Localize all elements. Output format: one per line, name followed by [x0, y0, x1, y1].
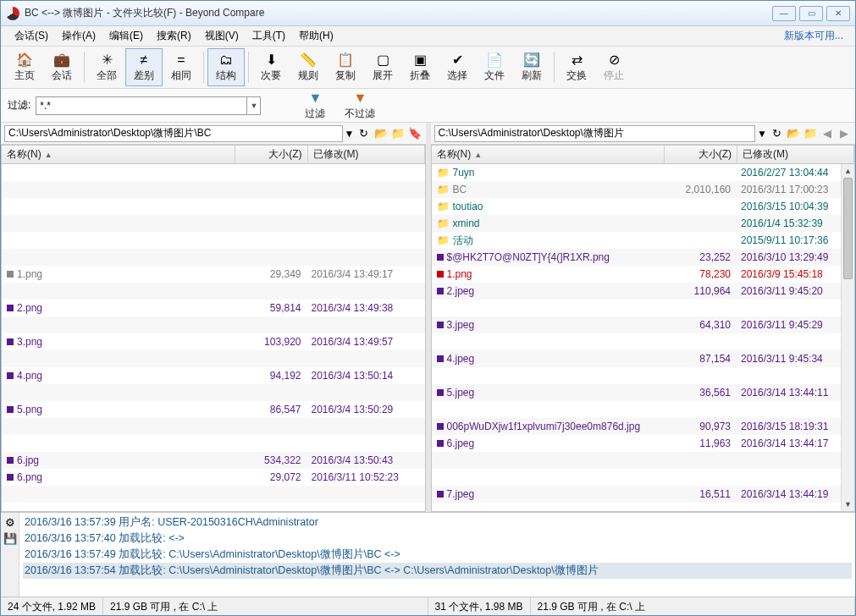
log-save-icon[interactable]: 💾 — [3, 532, 17, 545]
row-date: 2016/2/27 13:04:44 — [737, 167, 854, 179]
log-gear-icon[interactable]: ⚙ — [5, 516, 15, 529]
close-button[interactable]: ✕ — [826, 6, 850, 21]
col-modified[interactable]: 已修改(M) — [308, 146, 425, 163]
toolbar-选择[interactable]: ✔选择 — [439, 48, 476, 86]
right-path-input[interactable] — [434, 125, 756, 142]
status-right-free: 21.9 GB 可用 , 在 C:\ 上 — [531, 597, 855, 615]
file-row[interactable]: 3.jpeg64,3102016/3/11 9:45:29 — [432, 316, 855, 333]
file-row[interactable]: 006pWuDXjw1f1xplvumi7j30ee0m876d.jpg90,9… — [432, 418, 855, 435]
scroll-thumb[interactable] — [843, 178, 853, 279]
row-name: 1.png — [17, 268, 42, 280]
log-line[interactable]: 2016/3/16 13:57:39 用户名: USER-20150316CH\… — [23, 514, 852, 531]
file-row[interactable]: 4.jpeg87,1542016/3/11 9:45:34 — [432, 350, 855, 367]
toolbar-全部[interactable]: ✳全部 — [88, 48, 125, 86]
scroll-up-icon[interactable]: ▲ — [842, 164, 854, 178]
row-date: 2016/3/15 18:19:31 — [737, 421, 854, 432]
menu-会话(S)[interactable]: 会话(S) — [8, 27, 55, 45]
right-open-icon[interactable]: 📂 — [786, 126, 801, 141]
toolbar-规则[interactable]: 📏规则 — [290, 48, 327, 86]
menu-帮助(H)[interactable]: 帮助(H) — [292, 27, 340, 45]
toolbar-相同[interactable]: =相同 — [163, 48, 200, 86]
file-row[interactable]: 6.jpg534,3222016/3/4 13:50:43 — [2, 452, 425, 469]
status-left-free: 21.9 GB 可用 , 在 C:\ 上 — [103, 597, 428, 615]
file-row[interactable]: 1.png78,2302016/3/9 15:45:18 — [432, 266, 855, 283]
left-path-input[interactable] — [4, 125, 343, 142]
filter-label: 过滤: — [8, 98, 30, 113]
right-path-dropdown[interactable]: ▼ — [757, 128, 767, 140]
file-row[interactable]: 6.png29,0722016/3/11 10:52:23 — [2, 469, 425, 486]
menu-操作(A)[interactable]: 操作(A) — [55, 27, 102, 45]
file-row[interactable]: 2.png59,8142016/3/4 13:49:38 — [2, 300, 425, 316]
funnel-off-icon: ▼ — [352, 91, 367, 106]
file-row[interactable]: 5.png86,5472016/3/4 13:50:29 — [2, 401, 425, 418]
menu-搜索(R)[interactable]: 搜索(R) — [150, 27, 198, 45]
filter-input[interactable] — [36, 96, 247, 115]
row-date: 2016/3/11 9:45:29 — [737, 319, 854, 331]
folder-row[interactable]: 📁xmind2016/1/4 15:32:39 — [432, 215, 855, 232]
folder-row[interactable]: 📁活动2015/9/11 10:17:36 — [432, 232, 855, 249]
file-row[interactable]: 7.jpeg16,5112016/3/14 13:44:19 — [432, 486, 855, 503]
toolbar-交换[interactable]: ⇄交换 — [558, 48, 595, 86]
file-row[interactable]: 3.png103,9202016/3/4 13:49:57 — [2, 333, 425, 350]
left-reload-icon[interactable]: ↻ — [356, 126, 372, 141]
left-tree-icon[interactable]: 📁 — [390, 126, 406, 141]
toolbar-复制[interactable]: 📋复制 — [327, 48, 364, 86]
toolbar-文件[interactable]: 📄文件 — [476, 48, 513, 86]
menu-编辑(E)[interactable]: 编辑(E) — [102, 27, 150, 45]
menu-视图(V)[interactable]: 视图(V) — [198, 27, 246, 45]
toolbar-主页[interactable]: 🏠主页 — [6, 48, 43, 86]
filter-button[interactable]: ▼ 过滤 — [296, 88, 334, 124]
toolbar-刷新[interactable]: 🔄刷新 — [513, 48, 550, 86]
file-row[interactable]: 5.jpeg36,5612016/3/14 13:44:11 — [432, 384, 855, 401]
选择-icon: ✔ — [450, 52, 465, 68]
col-name[interactable]: 名称(N)▲ — [2, 146, 235, 163]
scrollbar[interactable]: ▲ ▼ — [841, 164, 854, 511]
col-name[interactable]: 名称(N)▲ — [432, 146, 665, 163]
new-version-link[interactable]: 新版本可用... — [784, 29, 848, 43]
folder-row[interactable]: 📁BC2,010,1602016/3/11 17:00:23 — [432, 181, 855, 198]
row-name: toutiao — [453, 201, 483, 212]
filter-dropdown[interactable]: ▼ — [247, 96, 261, 115]
file-marker-icon — [7, 474, 14, 481]
statusbar: 24 个文件, 1.92 MB 21.9 GB 可用 , 在 C:\ 上 31 … — [1, 597, 855, 615]
left-open-icon[interactable]: 📂 — [373, 126, 389, 141]
log-line[interactable]: 2016/3/16 13:57:49 加载比较: C:\Users\Admini… — [23, 547, 852, 563]
folder-row[interactable]: 📁toutiao2016/3/15 10:04:39 — [432, 198, 855, 215]
toolbar-展开[interactable]: ▢展开 — [364, 48, 401, 86]
file-row[interactable]: $@HK2T7O@N0ZT]Y{4(]R1XR.png23,2522016/3/… — [432, 249, 855, 266]
row-date: 2016/3/10 13:29:49 — [737, 251, 854, 263]
maximize-button[interactable]: ▭ — [799, 6, 823, 21]
scroll-down-icon[interactable]: ▼ — [842, 498, 854, 511]
left-bookmark-icon[interactable]: 🔖 — [407, 126, 422, 141]
folder-row[interactable]: 📁7uyn2016/2/27 13:04:44 — [432, 164, 855, 181]
复制-icon: 📋 — [338, 52, 353, 68]
file-row[interactable]: 2.jpeg110,9642016/3/11 9:45:20 — [432, 283, 855, 300]
log-line[interactable]: 2016/3/16 13:57:40 加载比较: <-> — [23, 531, 852, 547]
file-row[interactable]: 6.jpeg11,9632016/3/14 13:44:17 — [432, 435, 855, 452]
toolbar-差别[interactable]: ≠差别 — [125, 48, 163, 86]
right-back-icon[interactable]: ◀ — [820, 126, 835, 141]
folder-icon: 📁 — [437, 217, 450, 229]
right-fwd-icon[interactable]: ▶ — [837, 126, 852, 141]
全部-icon: ✳ — [99, 52, 114, 68]
minimize-button[interactable]: — — [772, 6, 796, 21]
col-size[interactable]: 大小(Z) — [235, 146, 308, 163]
row-date: 2016/3/4 13:50:14 — [308, 370, 425, 382]
no-filter-button[interactable]: ▼ 不过滤 — [339, 88, 381, 124]
toolbar-会话[interactable]: 💼会话 — [43, 48, 80, 86]
toolbar-次要[interactable]: ⬇次要 — [252, 48, 290, 86]
left-path-dropdown[interactable]: ▼ — [345, 128, 355, 140]
toolbar-结构[interactable]: 🗂结构 — [207, 48, 245, 86]
log-line[interactable]: 2016/3/16 13:57:54 加载比较: C:\Users\Admini… — [23, 563, 852, 579]
right-tree-icon[interactable]: 📁 — [803, 126, 818, 141]
menu-工具(T)[interactable]: 工具(T) — [246, 27, 292, 45]
blank-row — [2, 198, 425, 215]
right-reload-icon[interactable]: ↻ — [769, 126, 784, 141]
col-modified[interactable]: 已修改(M) — [737, 146, 854, 163]
file-row[interactable]: 1.png29,3492016/3/4 13:49:17 — [2, 266, 425, 283]
file-marker-icon — [437, 389, 444, 396]
col-size[interactable]: 大小(Z) — [665, 146, 737, 163]
file-row[interactable]: 4.png94,1922016/3/4 13:50:14 — [2, 367, 425, 384]
toolbar-折叠[interactable]: ▣折叠 — [401, 48, 439, 86]
file-marker-icon — [437, 440, 444, 447]
